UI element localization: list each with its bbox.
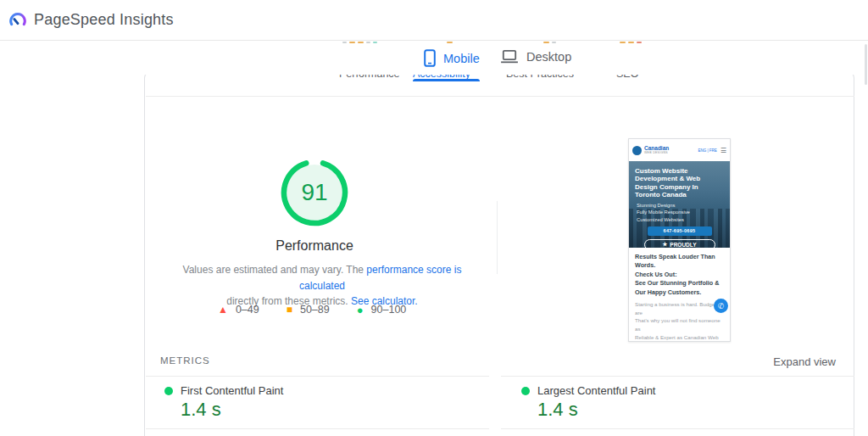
description-text: Values are estimated and may vary. The [183, 264, 367, 276]
clipped-score-fragment [543, 42, 556, 44]
green-circle-icon: ● [357, 305, 364, 316]
green-status-dot-icon [164, 387, 173, 395]
app-title: PageSpeed Insights [34, 11, 174, 29]
clipped-score-fragment [342, 42, 377, 44]
paragraph-line: That's why you will not find someone as [635, 316, 724, 333]
legend-range: 90–100 [371, 304, 407, 316]
green-status-dot-icon [521, 387, 530, 395]
paragraph-line: Reliable & Expert as Canadian Web Design… [635, 333, 724, 342]
site-subname: WEB DESIGNS [644, 152, 669, 155]
performance-score: 91 [279, 157, 350, 228]
metric-divider [146, 376, 489, 377]
metric-value: 1.4 s [537, 399, 578, 421]
orange-square-icon: ■ [287, 305, 292, 315]
legend-item-poor: ▲ 0–49 [218, 304, 259, 316]
metrics-heading: METRICS [160, 355, 210, 366]
active-tab-indicator [413, 79, 480, 81]
site-logo-text: Canadian WEB DESIGNS [644, 146, 669, 154]
performance-gauge: 91 [279, 157, 350, 228]
thumbnail-site-header: Canadian WEB DESIGNS ENG | FRE ☰ [629, 139, 730, 161]
bold-line: Words. [635, 261, 724, 270]
legend-item-good: ● 90–100 [357, 304, 407, 316]
bold-line: Results Speak Louder Than [635, 253, 724, 261]
metric-divider [501, 376, 854, 377]
metric-label: First Contentful Paint [181, 384, 283, 397]
language-toggle: ENG | FRE [698, 148, 716, 153]
proudly-button-label: PROUDLY [670, 242, 696, 248]
hero-heading: Custom Website Development & Web Design … [629, 161, 730, 199]
desktop-laptop-icon [500, 49, 519, 64]
floating-phone-icon: ✆ [714, 299, 728, 313]
bold-line: See Our Stunning Portfolio & [635, 279, 724, 288]
tab-mobile[interactable]: Mobile [424, 49, 480, 67]
paragraph-line: Starting a business is hard. Budgets are [635, 300, 724, 316]
phone-number-button: 647-695-0695 [648, 226, 712, 236]
thumbnail-bold-text: Results Speak Louder Than Words. Check U… [635, 253, 724, 297]
thumbnail-body: Results Speak Louder Than Words. Check U… [629, 248, 730, 342]
legend-range: 0–49 [236, 304, 259, 316]
proudly-button: ★ PROUDLY [644, 239, 715, 250]
tab-desktop-label: Desktop [526, 50, 571, 64]
vertical-divider [497, 201, 498, 274]
performance-section-title: Performance [255, 238, 374, 254]
hamburger-menu-icon: ☰ [721, 147, 726, 154]
card-top-divider [146, 96, 854, 97]
tab-desktop[interactable]: Desktop [500, 49, 571, 64]
mobile-phone-icon [424, 49, 436, 67]
report-card: 91 Performance Values are estimated and … [144, 71, 854, 436]
clipped-score-fragment [620, 42, 642, 44]
clipped-score-fragment [447, 42, 453, 44]
bold-line: Our Happy Customers. [635, 288, 724, 297]
thumbnail-paragraph: Starting a business is hard. Budgets are… [635, 300, 724, 342]
page-screenshot-thumbnail[interactable]: Canadian WEB DESIGNS ENG | FRE ☰ Custom … [628, 138, 731, 342]
hero-point: Customized Websites [637, 216, 722, 223]
legend-item-average: ■ 50–89 [287, 304, 330, 316]
score-legend: ▲ 0–49 ■ 50–89 ● 90–100 [218, 304, 406, 316]
metric-value: 1.4 s [181, 399, 221, 421]
metric-divider [146, 428, 489, 429]
hero-point: Fully Mobile Responsive [637, 209, 722, 215]
device-tabbar: Mobile Desktop [0, 41, 868, 75]
site-logo-icon [632, 146, 642, 155]
pagespeed-insights-page: PageSpeed Insights Mobile Desktop [0, 0, 868, 436]
red-triangle-icon: ▲ [218, 305, 228, 315]
tab-mobile-label: Mobile [443, 52, 480, 65]
pagespeed-logo-icon[interactable] [8, 11, 27, 30]
hero-point: Stunning Designs [637, 202, 722, 209]
app-header: PageSpeed Insights [0, 0, 868, 41]
star-icon: ★ [662, 241, 667, 248]
hero-points: Stunning Designs Fully Mobile Responsive… [629, 199, 730, 223]
thumbnail-hero: Custom Website Development & Web Design … [629, 161, 730, 248]
legend-range: 50–89 [300, 304, 330, 316]
metric-label: Largest Contentful Paint [537, 384, 655, 397]
performance-description: Values are estimated and may vary. The p… [160, 262, 484, 310]
metric-divider [501, 428, 854, 429]
expand-view-button[interactable]: Expand view [773, 355, 836, 368]
scrollbar[interactable] [865, 44, 867, 85]
bold-line: Check Us Out: [635, 271, 724, 279]
